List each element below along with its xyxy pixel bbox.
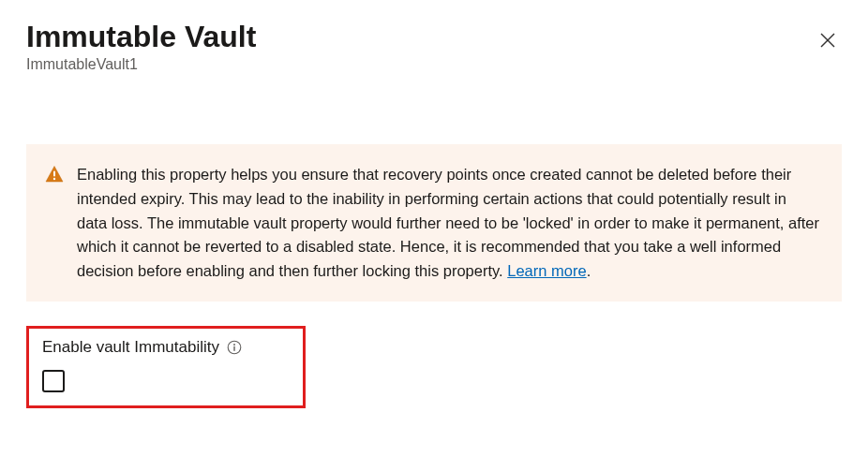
- close-button[interactable]: [814, 26, 842, 57]
- close-icon: [819, 32, 836, 52]
- enable-immutability-label: Enable vault Immutability: [42, 338, 219, 357]
- info-icon[interactable]: [227, 340, 242, 355]
- svg-point-3: [53, 178, 55, 180]
- page-subtitle: ImmutableVault1: [26, 56, 256, 73]
- page-header: Immutable Vault ImmutableVault1: [26, 19, 842, 73]
- warning-icon: [45, 165, 64, 187]
- warning-text: Enabling this property helps you ensure …: [77, 163, 819, 283]
- title-block: Immutable Vault ImmutableVault1: [26, 19, 256, 73]
- learn-more-link[interactable]: Learn more: [507, 262, 586, 279]
- warning-banner: Enabling this property helps you ensure …: [26, 144, 842, 302]
- enable-immutability-checkbox[interactable]: [42, 370, 65, 392]
- enable-immutability-section: Enable vault Immutability: [26, 326, 306, 408]
- page-title: Immutable Vault: [26, 19, 256, 54]
- checkbox-label-row: Enable vault Immutability: [42, 338, 292, 357]
- svg-rect-2: [53, 171, 55, 177]
- svg-point-5: [233, 344, 235, 346]
- svg-rect-6: [233, 346, 234, 351]
- warning-message: Enabling this property helps you ensure …: [77, 166, 819, 278]
